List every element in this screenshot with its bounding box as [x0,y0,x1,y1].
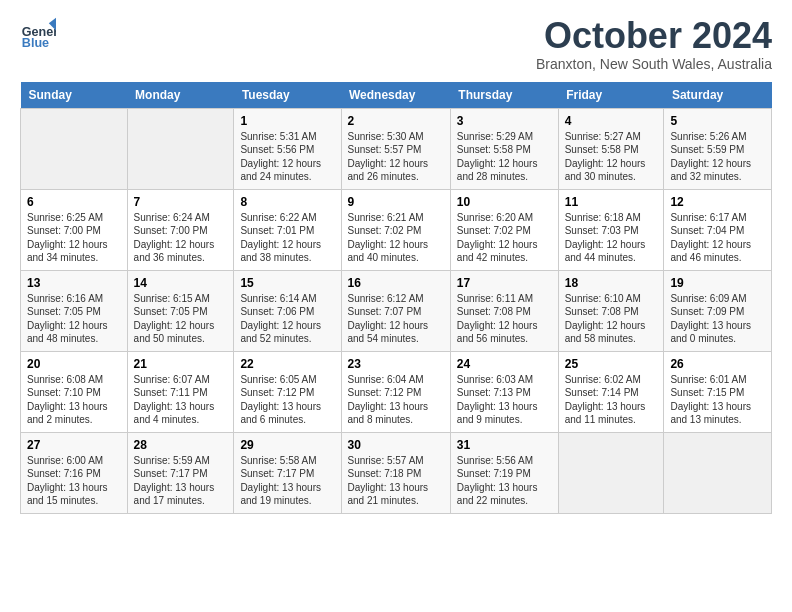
day-info: Sunrise: 5:56 AMSunset: 7:19 PMDaylight:… [457,454,552,508]
day-info: Sunrise: 6:12 AMSunset: 7:07 PMDaylight:… [348,292,444,346]
day-info: Sunrise: 5:57 AMSunset: 7:18 PMDaylight:… [348,454,444,508]
day-number: 15 [240,276,334,290]
calendar-cell: 28Sunrise: 5:59 AMSunset: 7:17 PMDayligh… [127,432,234,513]
calendar-cell [127,108,234,189]
day-info: Sunrise: 6:09 AMSunset: 7:09 PMDaylight:… [670,292,765,346]
calendar-cell: 17Sunrise: 6:11 AMSunset: 7:08 PMDayligh… [450,270,558,351]
day-info: Sunrise: 6:14 AMSunset: 7:06 PMDaylight:… [240,292,334,346]
calendar-cell: 26Sunrise: 6:01 AMSunset: 7:15 PMDayligh… [664,351,772,432]
day-number: 20 [27,357,121,371]
day-number: 8 [240,195,334,209]
day-info: Sunrise: 6:16 AMSunset: 7:05 PMDaylight:… [27,292,121,346]
day-number: 10 [457,195,552,209]
day-number: 17 [457,276,552,290]
day-number: 28 [134,438,228,452]
calendar-cell: 30Sunrise: 5:57 AMSunset: 7:18 PMDayligh… [341,432,450,513]
day-info: Sunrise: 5:27 AMSunset: 5:58 PMDaylight:… [565,130,658,184]
calendar-cell: 8Sunrise: 6:22 AMSunset: 7:01 PMDaylight… [234,189,341,270]
calendar-cell: 1Sunrise: 5:31 AMSunset: 5:56 PMDaylight… [234,108,341,189]
day-number: 9 [348,195,444,209]
calendar-week-row: 6Sunrise: 6:25 AMSunset: 7:00 PMDaylight… [21,189,772,270]
day-number: 11 [565,195,658,209]
header: General Blue October 2024 Branxton, New … [20,16,772,72]
logo: General Blue [20,16,56,52]
calendar-cell: 18Sunrise: 6:10 AMSunset: 7:08 PMDayligh… [558,270,664,351]
day-info: Sunrise: 6:15 AMSunset: 7:05 PMDaylight:… [134,292,228,346]
day-number: 21 [134,357,228,371]
day-number: 19 [670,276,765,290]
day-number: 1 [240,114,334,128]
calendar-header-row: SundayMondayTuesdayWednesdayThursdayFrid… [21,82,772,109]
day-number: 18 [565,276,658,290]
calendar-cell: 11Sunrise: 6:18 AMSunset: 7:03 PMDayligh… [558,189,664,270]
calendar-cell: 21Sunrise: 6:07 AMSunset: 7:11 PMDayligh… [127,351,234,432]
calendar-week-row: 13Sunrise: 6:16 AMSunset: 7:05 PMDayligh… [21,270,772,351]
day-number: 5 [670,114,765,128]
day-info: Sunrise: 6:18 AMSunset: 7:03 PMDaylight:… [565,211,658,265]
calendar-cell: 20Sunrise: 6:08 AMSunset: 7:10 PMDayligh… [21,351,128,432]
calendar-cell: 19Sunrise: 6:09 AMSunset: 7:09 PMDayligh… [664,270,772,351]
calendar-cell: 4Sunrise: 5:27 AMSunset: 5:58 PMDaylight… [558,108,664,189]
day-number: 14 [134,276,228,290]
day-number: 31 [457,438,552,452]
calendar-cell: 7Sunrise: 6:24 AMSunset: 7:00 PMDaylight… [127,189,234,270]
day-info: Sunrise: 6:10 AMSunset: 7:08 PMDaylight:… [565,292,658,346]
calendar-table: SundayMondayTuesdayWednesdayThursdayFrid… [20,82,772,514]
calendar-cell: 31Sunrise: 5:56 AMSunset: 7:19 PMDayligh… [450,432,558,513]
day-number: 24 [457,357,552,371]
calendar-cell: 25Sunrise: 6:02 AMSunset: 7:14 PMDayligh… [558,351,664,432]
header-thursday: Thursday [450,82,558,109]
location-subtitle: Branxton, New South Wales, Australia [536,56,772,72]
day-number: 30 [348,438,444,452]
day-number: 22 [240,357,334,371]
day-number: 26 [670,357,765,371]
day-number: 13 [27,276,121,290]
header-tuesday: Tuesday [234,82,341,109]
day-info: Sunrise: 6:11 AMSunset: 7:08 PMDaylight:… [457,292,552,346]
day-number: 23 [348,357,444,371]
day-info: Sunrise: 6:00 AMSunset: 7:16 PMDaylight:… [27,454,121,508]
day-info: Sunrise: 5:59 AMSunset: 7:17 PMDaylight:… [134,454,228,508]
calendar-cell: 12Sunrise: 6:17 AMSunset: 7:04 PMDayligh… [664,189,772,270]
logo-icon: General Blue [20,16,56,52]
day-number: 25 [565,357,658,371]
day-info: Sunrise: 6:21 AMSunset: 7:02 PMDaylight:… [348,211,444,265]
calendar-cell: 14Sunrise: 6:15 AMSunset: 7:05 PMDayligh… [127,270,234,351]
calendar-cell: 13Sunrise: 6:16 AMSunset: 7:05 PMDayligh… [21,270,128,351]
day-info: Sunrise: 6:22 AMSunset: 7:01 PMDaylight:… [240,211,334,265]
month-title: October 2024 [536,16,772,56]
day-info: Sunrise: 5:30 AMSunset: 5:57 PMDaylight:… [348,130,444,184]
header-monday: Monday [127,82,234,109]
day-number: 27 [27,438,121,452]
day-info: Sunrise: 6:07 AMSunset: 7:11 PMDaylight:… [134,373,228,427]
calendar-cell: 22Sunrise: 6:05 AMSunset: 7:12 PMDayligh… [234,351,341,432]
calendar-cell: 16Sunrise: 6:12 AMSunset: 7:07 PMDayligh… [341,270,450,351]
day-number: 29 [240,438,334,452]
day-info: Sunrise: 6:25 AMSunset: 7:00 PMDaylight:… [27,211,121,265]
calendar-week-row: 1Sunrise: 5:31 AMSunset: 5:56 PMDaylight… [21,108,772,189]
day-number: 6 [27,195,121,209]
day-info: Sunrise: 6:05 AMSunset: 7:12 PMDaylight:… [240,373,334,427]
day-number: 3 [457,114,552,128]
day-info: Sunrise: 6:17 AMSunset: 7:04 PMDaylight:… [670,211,765,265]
day-number: 4 [565,114,658,128]
day-number: 12 [670,195,765,209]
day-info: Sunrise: 5:29 AMSunset: 5:58 PMDaylight:… [457,130,552,184]
calendar-cell: 27Sunrise: 6:00 AMSunset: 7:16 PMDayligh… [21,432,128,513]
day-info: Sunrise: 6:08 AMSunset: 7:10 PMDaylight:… [27,373,121,427]
day-info: Sunrise: 6:01 AMSunset: 7:15 PMDaylight:… [670,373,765,427]
calendar-cell: 15Sunrise: 6:14 AMSunset: 7:06 PMDayligh… [234,270,341,351]
header-friday: Friday [558,82,664,109]
calendar-cell: 3Sunrise: 5:29 AMSunset: 5:58 PMDaylight… [450,108,558,189]
calendar-cell: 5Sunrise: 5:26 AMSunset: 5:59 PMDaylight… [664,108,772,189]
calendar-cell: 10Sunrise: 6:20 AMSunset: 7:02 PMDayligh… [450,189,558,270]
day-number: 7 [134,195,228,209]
calendar-cell: 29Sunrise: 5:58 AMSunset: 7:17 PMDayligh… [234,432,341,513]
title-area: October 2024 Branxton, New South Wales, … [536,16,772,72]
day-number: 2 [348,114,444,128]
calendar-cell: 23Sunrise: 6:04 AMSunset: 7:12 PMDayligh… [341,351,450,432]
calendar-week-row: 20Sunrise: 6:08 AMSunset: 7:10 PMDayligh… [21,351,772,432]
day-info: Sunrise: 6:24 AMSunset: 7:00 PMDaylight:… [134,211,228,265]
calendar-cell: 6Sunrise: 6:25 AMSunset: 7:00 PMDaylight… [21,189,128,270]
day-info: Sunrise: 6:02 AMSunset: 7:14 PMDaylight:… [565,373,658,427]
